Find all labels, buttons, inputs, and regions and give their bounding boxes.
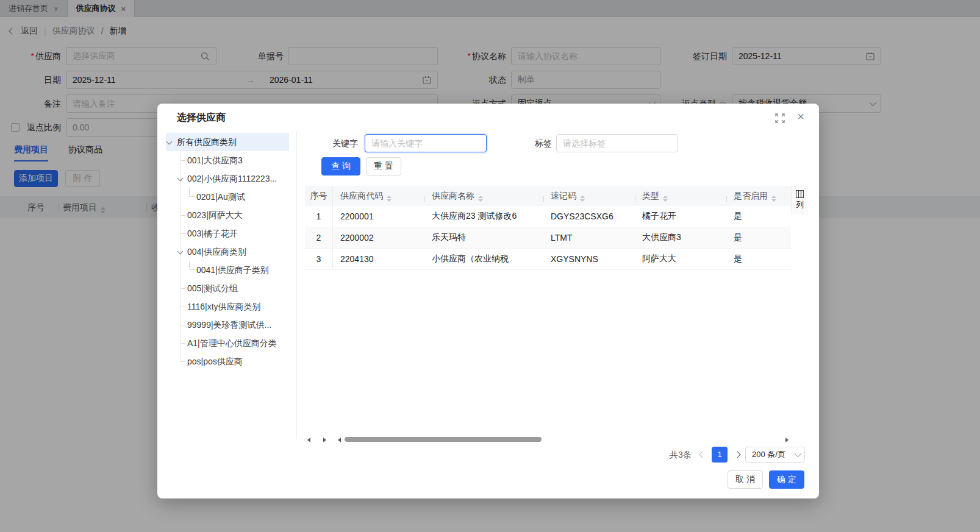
page-size-select[interactable]: 200 条/页 <box>745 447 805 463</box>
maximize-icon[interactable] <box>775 113 785 123</box>
tree-node[interactable]: 0201|Au测试 <box>166 188 289 206</box>
search-button[interactable]: 查 询 <box>321 157 360 176</box>
tree-node[interactable]: 003|橘子花开 <box>166 224 289 243</box>
tree-elbow <box>189 188 195 197</box>
table-hscrollbar <box>157 436 819 444</box>
keyword-label: 关键字 <box>332 134 358 152</box>
dialog-title: 选择供应商 <box>177 112 226 124</box>
sort-icon[interactable] <box>771 196 776 202</box>
table-row[interactable]: 1 2200001 大供应商23 测试修改6 DGYS23CSXG6 橘子花开 … <box>305 206 791 227</box>
page-size-value: 200 条/页 <box>752 449 785 460</box>
scroll-right-icon[interactable] <box>323 438 326 442</box>
column-settings-button[interactable]: 列 <box>791 186 808 215</box>
tree-tick <box>181 343 185 344</box>
tree-node[interactable]: 0023|阿萨大大 <box>166 206 289 224</box>
tree-tick <box>181 361 185 362</box>
supplier-table-header: 序号 供应商代码 供应商名称 速记码 类型 是否启用 <box>305 186 791 206</box>
col-enabled[interactable]: 是否启用 <box>726 191 791 202</box>
tree-tick <box>181 307 185 307</box>
scrollbar-thumb[interactable] <box>345 437 542 442</box>
panel-divider <box>296 131 297 439</box>
tree-node[interactable]: 005|测试分组 <box>166 279 289 297</box>
page-number[interactable]: 1 <box>712 447 728 463</box>
supplier-table: 序号 供应商代码 供应商名称 速记码 类型 是否启用 1 2200001 大供应… <box>305 186 791 270</box>
table-row[interactable]: 2 2200002 乐天玛特 LTMT 大供应商3 是 <box>305 227 791 249</box>
sort-icon[interactable] <box>387 196 392 202</box>
prev-page-icon[interactable] <box>699 451 706 458</box>
total-count: 共3条 <box>670 447 692 463</box>
tag-input[interactable] <box>556 134 678 152</box>
chevron-down-icon[interactable] <box>177 249 184 255</box>
tree-tick <box>181 288 185 289</box>
reset-button[interactable]: 重 置 <box>366 157 401 176</box>
sort-icon[interactable] <box>580 196 585 202</box>
col-name[interactable]: 供应商名称 <box>424 191 543 202</box>
tree-tick <box>181 233 185 234</box>
tree-node[interactable]: pos|pos供应商 <box>166 352 289 371</box>
sort-icon[interactable] <box>478 196 483 202</box>
tree-tick <box>181 215 185 216</box>
keyword-input[interactable] <box>365 134 487 152</box>
supplier-category-tree: 所有供应商类别 001|大供应商3 002|小供应商1112223... 020… <box>166 133 289 371</box>
col-seq: 序号 <box>305 186 333 206</box>
table-row[interactable]: 3 2204130 小供应商（农业纳税 XGYSNYNS 阿萨大大 是 <box>305 249 791 270</box>
select-supplier-dialog: 选择供应商 × 所有供应商类别 001|大供应商3 002|小供应商111222… <box>157 104 819 498</box>
sort-icon[interactable] <box>663 196 668 202</box>
next-page-icon[interactable] <box>734 451 740 458</box>
tree-tick <box>181 160 185 161</box>
chevron-down-icon[interactable] <box>166 139 173 145</box>
confirm-button[interactable]: 确 定 <box>769 470 804 489</box>
col-mnemonic[interactable]: 速记码 <box>543 191 635 202</box>
tree-node[interactable]: 004|供应商类别 <box>166 243 289 261</box>
tree-node[interactable]: 0041|供应商子类别 <box>166 261 289 279</box>
tree-node[interactable]: 001|大供应商3 <box>166 151 289 169</box>
tree-node[interactable]: A1|管理中心供应商分类 <box>166 334 289 352</box>
tree-node-root[interactable]: 所有供应商类别 <box>166 133 289 151</box>
tree-tick <box>181 325 185 325</box>
col-code[interactable]: 供应商代码 <box>333 191 424 202</box>
tree-node[interactable]: 1116|xty供应商类别 <box>166 297 289 316</box>
scroll-left-icon[interactable] <box>338 438 341 442</box>
tree-node[interactable]: 99999|美珍香测试供... <box>166 316 289 334</box>
scroll-right-icon[interactable] <box>785 438 789 442</box>
cancel-button[interactable]: 取 消 <box>728 470 763 489</box>
col-type[interactable]: 类型 <box>635 191 726 202</box>
grid-icon <box>796 190 804 198</box>
tree-elbow <box>189 261 195 270</box>
tree-node[interactable]: 002|小供应商1112223... <box>166 169 289 188</box>
chevron-down-icon[interactable] <box>177 176 184 182</box>
chevron-down-icon <box>795 452 799 457</box>
pagination: 共3条 1 200 条/页 <box>157 447 805 463</box>
column-settings-label: 列 <box>796 199 804 210</box>
scroll-left-icon[interactable] <box>307 438 310 442</box>
close-icon[interactable]: × <box>794 110 807 123</box>
tag-label: 标签 <box>535 134 552 152</box>
